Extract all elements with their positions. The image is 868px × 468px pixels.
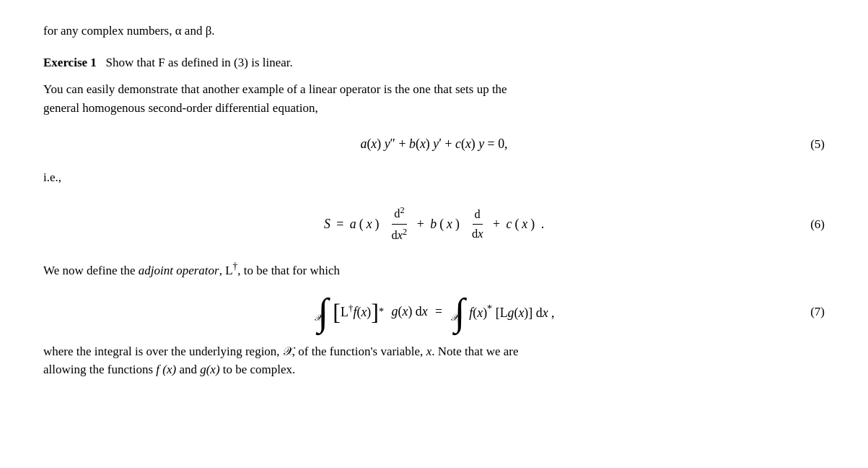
exercise-line: Exercise 1 Show that F as defined in (3)…	[43, 53, 825, 72]
eq7-right-expr: f(x)* [Lg(x)] dx ,	[469, 301, 554, 323]
equation-6-row: S = a(x) d2 dx2 + b(x) d dx + c(x) .	[43, 204, 825, 245]
fraction-d2dx2: d2 dx2	[390, 204, 410, 245]
equation-7-number: (7)	[810, 303, 825, 321]
eq7-left-gx: g(x) dx	[388, 302, 428, 321]
equation-5-number: (5)	[810, 135, 825, 154]
adjoint-italic-text: adjoint operator	[139, 264, 219, 277]
equation-6-number: (6)	[810, 215, 825, 234]
ie-label: i.e.,	[43, 170, 61, 184]
intro-span: for any complex numbers, α and β.	[43, 24, 215, 38]
where-note: . Note that we are	[431, 344, 518, 358]
where-g-func: g(x)	[200, 363, 219, 376]
where-line2: allowing the functions f (x) and g(x) to…	[43, 363, 295, 376]
equation-7-row: 𝒳 ∫ [ L†f(x) ] * g(x) dx = 𝒳	[43, 295, 825, 329]
equation-5-content: a(x) y″ + b(x) y′ + c(x) y = 0,	[43, 134, 825, 154]
paragraph1-text: You can easily demonstrate that another …	[43, 82, 507, 96]
eq7-left-bracket: [ L†f(x) ] *	[333, 300, 384, 324]
adjoint-line: We now define the adjoint operator, L†, …	[43, 259, 825, 280]
where-line1: where the integral is over the underlyin…	[43, 344, 519, 358]
where-end-text: to be complex.	[220, 363, 296, 376]
paragraph1: You can easily demonstrate that another …	[43, 80, 825, 117]
eq7-right-integral: 𝒳 ∫	[450, 295, 465, 329]
adjoint-prefix: We now define the	[43, 264, 139, 277]
intro-text: for any complex numbers, α and β.	[43, 22, 825, 40]
fraction-ddx: d dx	[470, 206, 486, 243]
equation-6-content: S = a(x) d2 dx2 + b(x) d dx + c(x) .	[43, 204, 825, 245]
ie-line: i.e.,	[43, 168, 825, 187]
where-f-func: f (x)	[156, 363, 176, 376]
eq7-left-integral: 𝒳 ∫	[314, 295, 329, 329]
eq6-expr: S = a(x) d2 dx2 + b(x) d dx + c(x) .	[324, 204, 544, 245]
paragraph1-line2: general homogenous second-order differen…	[43, 101, 318, 115]
eq5-expr: a(x) y″ + b(x) y′ + c(x) y = 0,	[360, 134, 507, 154]
equation-5-row: a(x) y″ + b(x) y′ + c(x) y = 0, (5)	[43, 134, 825, 154]
page-content: for any complex numbers, α and β. Exerci…	[43, 22, 825, 379]
exercise-text: Show that F as defined in (3) is linear.	[100, 56, 293, 69]
exercise-label: Exercise 1	[43, 56, 97, 69]
where-and-text: and	[176, 363, 200, 376]
adjoint-suffix: , L†, to be that for which	[219, 264, 340, 277]
where-block: where the integral is over the underlyin…	[43, 342, 825, 379]
equation-7-content: 𝒳 ∫ [ L†f(x) ] * g(x) dx = 𝒳	[43, 295, 825, 329]
